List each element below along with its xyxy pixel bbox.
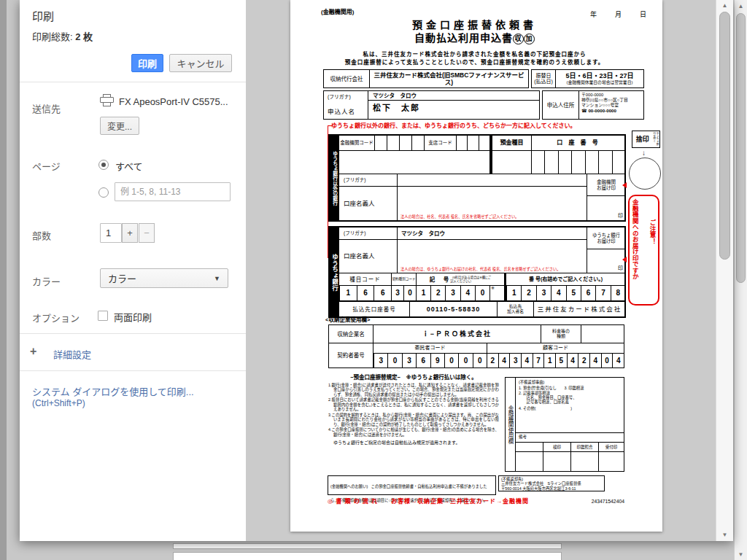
digit-cell: 2: [578, 354, 589, 368]
digit-cell: [612, 151, 625, 174]
color-select[interactable]: カラー ▼: [100, 268, 228, 288]
system-dialog-shortcut: (Ctrl+Shift+P): [32, 398, 85, 408]
yucho-rule-note: ゆうちょ銀行をご指定の場合は自動払込み規定が適用されます。: [328, 440, 499, 446]
digit-cell: 3: [536, 286, 551, 300]
digit-cell: [544, 151, 557, 174]
destination-label: 送信先: [32, 101, 61, 115]
plus-icon[interactable]: +: [30, 345, 36, 358]
form-date: 年 月 日: [590, 11, 652, 19]
fi-use-side-label: 金融機関使用欄: [506, 378, 516, 471]
fee-type-label: 料金等の 種類: [541, 325, 581, 343]
form-page: (金融機関用) 年 月 日 預金口座振替依頼書 自動払込利用申込書収加 私は、三…: [290, 0, 662, 532]
consignor-code-cells: 30369000: [374, 354, 487, 368]
form-code: 243471542404: [582, 499, 624, 505]
pages-all-label[interactable]: すべて: [115, 159, 143, 173]
digit-cell: 4: [498, 354, 510, 368]
digit-cell: [411, 136, 424, 150]
yucho-section: ゆうちょ銀行 (フリガナ) マツシタ タロウ 口座名義人 法人の場合は、ゆうちょ…: [328, 226, 626, 318]
print-preview-pane: (金融機関用) 年 月 日 預金口座振替依頼書 自動払込利用申込書収加 私は、三…: [246, 0, 733, 541]
duplex-label[interactable]: 両面印刷: [114, 310, 152, 324]
pages-range-input[interactable]: [115, 182, 231, 201]
dialog-title: 印刷: [32, 8, 54, 23]
bank-holder-note: 法人の場合は、社名、代表者 役名、氏名を省略せずご記入ください。: [400, 214, 519, 219]
digit-cell: 6: [581, 286, 595, 300]
digit-cell: 4: [567, 354, 578, 368]
fi-use-memo: 備考: [516, 433, 624, 443]
advanced-settings-link[interactable]: 詳細設定: [53, 347, 91, 361]
duplex-checkbox[interactable]: [98, 311, 108, 321]
digit-cell: 2: [430, 286, 445, 300]
digit-cell: 3: [509, 354, 521, 368]
window-edge: [0, 0, 7, 560]
scroll-up-icon[interactable]: ▲: [716, 0, 733, 10]
browser-scrollbar-thumb[interactable]: [736, 13, 746, 283]
regulations-title: −預金口座振替規定− ※ゆうちょ銀行払いは除く。: [328, 374, 499, 381]
footer-return-address: (不備返却先) 三井住友カード株式会社 Sライン口座振替係 〒560-0014 …: [498, 475, 605, 491]
digit-cell: 0: [458, 354, 472, 368]
digit-cell: 2: [487, 354, 498, 368]
digit-cell: [571, 151, 584, 174]
down-arrow-icon: ↓: [642, 149, 646, 158]
digit-cell: 4: [551, 286, 565, 300]
number-cells: 12345678: [506, 286, 625, 300]
symbol-header: 記 号 （6桁目がある場合は※欄にご記入ください。）: [416, 273, 504, 285]
badge-shu: 収: [513, 34, 524, 44]
scroll-down-icon[interactable]: ▼: [716, 529, 733, 540]
copies-increment-button[interactable]: +: [122, 223, 138, 243]
digit-cell: 1: [416, 286, 430, 300]
pages-range-radio[interactable]: [98, 187, 109, 198]
digit-cell: 0: [403, 286, 416, 300]
form-intro-1: 私は、三井住友カード株式会社から請求された金額を私名義の下記預金口座から: [323, 51, 626, 58]
digit-cell: [531, 151, 544, 174]
form-title: 預金口座振替依頼書: [323, 19, 626, 31]
contract-code-cells: 30: [391, 286, 416, 300]
digit-cell: 4: [460, 286, 475, 300]
digit-cell: [399, 136, 411, 150]
bank-side-label: ゆうちょ銀行以外の銀行: [330, 136, 339, 220]
digit-cell: 0: [473, 354, 487, 368]
digit-cell: [479, 136, 489, 150]
digit-cell: [585, 151, 598, 174]
stamp-circle: [629, 158, 661, 190]
copies-label: 部数: [32, 228, 51, 242]
scroll-down-icon[interactable]: ▼: [735, 548, 747, 560]
digit-cell: 2: [521, 286, 535, 300]
regulations: −預金口座振替規定− ※ゆうちょ銀行払いは除く。 1.銀行(金庫・組合)に請求書…: [328, 374, 499, 446]
bank-code-cells: [374, 136, 424, 150]
bank-section: ゆうちょ銀行以外の銀行 金融機関コード 支店コード 預金種目 口 座 番 号: [328, 134, 626, 222]
background-content-strip: [173, 543, 562, 549]
system-dialog-link[interactable]: システム ダイアログを使用して印刷...: [32, 384, 194, 398]
digit-cell: 9: [430, 354, 444, 368]
digit-cell: 3: [402, 354, 416, 368]
digit-cell: 6: [374, 286, 391, 300]
account-number-cells: [531, 151, 625, 174]
printer-icon: [100, 94, 114, 106]
preview-scrollbar[interactable]: ▲ ▼: [716, 0, 733, 541]
digit-cell: 1: [506, 286, 521, 300]
digit-cell: [374, 136, 387, 150]
destination-printer-name: FX ApeosPort-IV C5575...: [119, 96, 228, 107]
digit-cell: 4: [612, 354, 624, 368]
copies-decrement-button[interactable]: −: [139, 223, 155, 243]
pages-all-radio[interactable]: [98, 160, 109, 170]
payee-name-label: 払込先 加入者名: [497, 302, 533, 316]
cancel-button[interactable]: キャンセル: [169, 54, 232, 72]
scroll-up-icon[interactable]: ▲: [735, 0, 747, 12]
digit-cell: 7: [533, 354, 544, 368]
digit-cell: 5: [566, 286, 581, 300]
form-intro-2: 預金口座振替によって支払うこととしたいので、預金口座振替規定を確約のうえ依頼しま…: [323, 59, 626, 66]
print-button[interactable]: 印刷: [131, 54, 163, 72]
applicant-row: (フリガナ) 申込人名 マツシタ タロウ 松下 太郎: [323, 90, 540, 120]
digit-cell: 6: [416, 354, 430, 368]
company-section-title: <収納企業使用欄>: [325, 316, 370, 323]
copies-input[interactable]: [100, 223, 122, 243]
digit-cell: 7: [595, 286, 610, 300]
digit-cell: 0: [475, 286, 489, 300]
change-destination-button[interactable]: 変更...: [100, 117, 139, 135]
company-use-table: 収納企業名 ｉ−ＰＲＯ株式会社 料金等の 種類 契約者番号 委託者コード 顧客コ…: [328, 324, 624, 368]
digit-cell: [467, 136, 478, 150]
agency-row: 収納代行会社 三井住友カード株式会社(旧SMBCファイナンスサービス): [323, 69, 529, 88]
browser-scrollbar[interactable]: ▲ ▼: [734, 0, 747, 560]
preview-scrollbar-thumb[interactable]: [719, 12, 730, 260]
fi-use-reasons: (不備返却事由) 1. 預金(貯金)取引なし 3. 印鑑相違 2. 記載事項等相…: [516, 378, 624, 433]
